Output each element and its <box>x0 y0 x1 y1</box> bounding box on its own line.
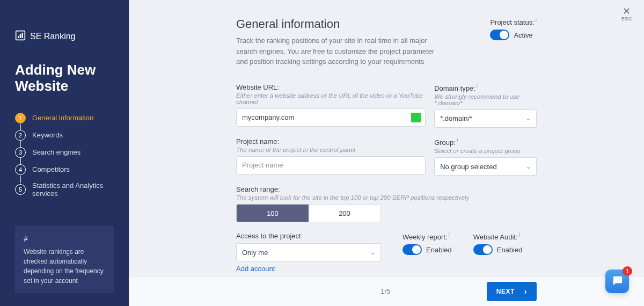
close-label: ESC <box>621 16 632 21</box>
website-url-input[interactable] <box>242 113 420 121</box>
domain-type-value: *.domain/* <box>440 114 472 122</box>
chevron-down-icon: ⌄ <box>526 115 531 122</box>
search-range-200[interactable]: 200 <box>309 205 380 222</box>
footer: 1/5 NEXT › <box>129 276 644 306</box>
chevron-right-icon: › <box>524 287 527 296</box>
steps-list: 1 General information 2 Keywords 3 Searc… <box>15 110 114 201</box>
website-audit-label: Website Audit:i <box>473 232 523 241</box>
step-label: Keywords <box>32 131 63 140</box>
svg-rect-2 <box>20 34 21 39</box>
sidebar-info-box: # Website rankings are checked automatic… <box>15 226 114 293</box>
search-range-100[interactable]: 100 <box>237 205 309 222</box>
step-number: 5 <box>15 184 26 195</box>
chevron-down-icon: ⌄ <box>526 163 531 170</box>
close-icon: ✕ <box>621 6 632 16</box>
project-name-input[interactable] <box>242 161 420 169</box>
weekly-report-value: Enabled <box>426 246 452 254</box>
svg-rect-3 <box>22 33 24 38</box>
info-icon[interactable]: i <box>449 232 450 238</box>
website-url-hint: Either enter a website address or the UR… <box>236 92 426 105</box>
step-search-engines[interactable]: 3 Search engines <box>15 144 114 161</box>
svg-rect-1 <box>18 36 19 38</box>
info-icon[interactable]: i <box>536 17 537 23</box>
main-panel: ✕ ESC General information Track the rank… <box>129 0 644 306</box>
close-button[interactable]: ✕ ESC <box>621 6 632 21</box>
group-hint: Select or create a project group <box>434 148 537 154</box>
sidebar-title: Adding New Website <box>15 62 114 94</box>
chat-icon <box>611 274 623 288</box>
page-indicator: 1/5 <box>380 287 390 295</box>
hash-icon: # <box>24 234 105 245</box>
info-icon[interactable]: i <box>457 137 458 143</box>
website-url-label: Website URL: <box>236 83 426 91</box>
step-label: Statistics and Analytics services <box>32 181 114 198</box>
search-range-hint: The system will look for the site in the… <box>236 194 537 201</box>
domain-type-select[interactable]: *.domain/* ⌄ <box>434 110 537 128</box>
sidebar: SE Ranking Adding New Website 1 General … <box>0 0 129 306</box>
access-select[interactable]: Only me ⌄ <box>236 243 381 261</box>
page-title: General information <box>236 17 440 31</box>
chevron-down-icon: ⌄ <box>370 249 375 256</box>
project-name-label: Project name: <box>236 137 426 145</box>
access-value: Only me <box>242 249 268 257</box>
search-range-label: Search range: <box>236 185 537 193</box>
page-subtitle: Track the ranking positions of your site… <box>236 35 440 67</box>
step-number: 4 <box>15 164 26 175</box>
weekly-report-label: Weekly report:i <box>402 232 452 241</box>
info-icon[interactable]: i <box>477 83 478 89</box>
project-name-hint: The name of the project in the control p… <box>236 147 426 153</box>
step-statistics-analytics[interactable]: 5 Statistics and Analytics services <box>15 178 114 201</box>
chat-button[interactable]: 1 <box>605 269 629 293</box>
weekly-report-toggle[interactable] <box>402 244 422 255</box>
project-status-value: Active <box>514 31 532 39</box>
group-value: No group selected <box>440 163 497 171</box>
step-general-information[interactable]: 1 General information <box>15 110 114 127</box>
step-label: General information <box>32 114 93 122</box>
search-range-segmented: 100 200 <box>236 204 381 222</box>
add-account-link[interactable]: Add account <box>236 265 275 273</box>
sidebar-info-text: Website rankings are checked automatical… <box>24 248 104 285</box>
bar-chart-icon <box>15 30 26 43</box>
project-status-label: Project status:i <box>490 17 537 26</box>
app-name: SE Ranking <box>30 32 76 41</box>
next-button[interactable]: NEXT › <box>487 282 537 301</box>
step-number: 1 <box>15 113 26 123</box>
info-icon[interactable]: i <box>519 232 520 238</box>
project-status-toggle[interactable] <box>490 30 509 40</box>
website-audit-toggle[interactable] <box>473 244 493 255</box>
website-url-input-wrap <box>236 108 426 127</box>
domain-type-hint: We strongly recommend to use *.domain/* <box>434 93 537 106</box>
next-label: NEXT <box>496 288 515 295</box>
app-logo: SE Ranking <box>15 30 114 43</box>
step-number: 2 <box>15 130 26 141</box>
website-audit-value: Enabled <box>497 246 523 254</box>
step-keywords[interactable]: 2 Keywords <box>15 127 114 144</box>
group-select[interactable]: No group selected ⌄ <box>434 157 537 176</box>
favicon-icon <box>411 113 421 122</box>
domain-type-label: Domain type:i <box>434 83 537 92</box>
step-number: 3 <box>15 147 26 158</box>
step-label: Competitors <box>32 165 70 174</box>
step-competitors[interactable]: 4 Competitors <box>15 161 114 178</box>
group-label: Group:i <box>434 137 537 147</box>
access-label: Access to the project: <box>236 232 381 240</box>
step-label: Search engines <box>32 148 80 157</box>
chat-badge: 1 <box>623 266 632 276</box>
